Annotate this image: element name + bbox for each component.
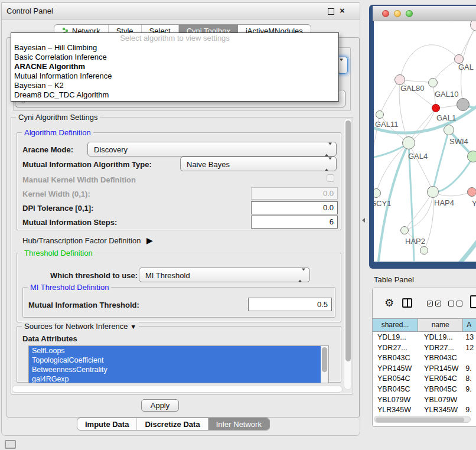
network-node-gal4[interactable] (402, 136, 415, 149)
network-node-gal10[interactable] (428, 78, 438, 87)
tab-discretize-data[interactable]: Discretize Data (137, 418, 208, 430)
scrollbar-thumb[interactable] (345, 120, 351, 361)
table-toolbar: ⚙ ✓ ✓ (373, 288, 476, 318)
table-cell[interactable] (463, 353, 476, 364)
dropdown-item-bayesian-hill-climbing[interactable]: Bayesian – Hill Climbing (11, 43, 338, 53)
deselect-all-checkbox-icon[interactable] (448, 301, 454, 306)
dropdown-item-dream8[interactable]: Dream8 DC_TDC Algorithm (11, 90, 338, 100)
table-row[interactable]: YLR345W YLR345W 9. (373, 405, 476, 415)
scrollbar-thumb[interactable] (322, 347, 327, 372)
collapsed-panel-icon[interactable] (5, 440, 16, 449)
columns-icon[interactable] (402, 298, 412, 308)
list-item-gal4rgexp[interactable]: gal4RGexp (29, 374, 321, 383)
dropdown-item-basic-correlation[interactable]: Basic Correlation Inference (11, 53, 338, 62)
mi-algorithm-type-label: Mutual Information Algorithm Type: (22, 160, 152, 169)
table-row[interactable]: YPR145W YPR145W 9. (373, 364, 476, 374)
list-item-selfloops[interactable]: SelfLoops (29, 346, 321, 356)
network-node[interactable] (420, 246, 428, 255)
zoom-traffic-light[interactable] (406, 10, 413, 17)
mi-threshold-label: Mutual Information Threshold: (28, 301, 139, 309)
table-cell[interactable]: 13 (463, 332, 476, 343)
table-cell[interactable]: YER054C (418, 374, 463, 384)
network-canvas[interactable]: GAL GAL80 GAL10 GAL1 GAL11 SWI4 GAL4 GCY… (374, 21, 476, 262)
apply-button[interactable]: Apply (141, 399, 179, 412)
table-cell[interactable]: YBL079W (418, 395, 463, 406)
expander-down-arrow-icon[interactable]: ▼ (130, 323, 136, 330)
table-cell[interactable]: 12 (463, 343, 476, 354)
network-node[interactable] (467, 151, 476, 162)
network-node-hap4[interactable] (427, 186, 439, 198)
list-vertical-scrollbar[interactable] (321, 346, 328, 383)
close-icon[interactable]: × (340, 7, 345, 14)
kernel-width-field[interactable]: 0.0 (251, 187, 338, 200)
table-cell[interactable]: YBR045C (418, 384, 463, 395)
table-cell[interactable]: YDL19... (373, 332, 418, 343)
table-cell[interactable]: YLR345W (373, 405, 418, 415)
tab-impute-data[interactable]: Impute Data (77, 418, 137, 430)
network-node[interactable] (457, 98, 470, 111)
table-cell[interactable]: YPR145W (418, 364, 463, 374)
network-node-gal11[interactable] (376, 110, 384, 119)
table-cell[interactable]: 8. (463, 374, 476, 384)
table-cell[interactable]: YDR27... (373, 343, 418, 354)
table-cell[interactable]: 9. (463, 364, 476, 374)
table-row[interactable]: YER054C YER054C 8. (373, 374, 476, 384)
tab-infer-network[interactable]: Infer Network (208, 418, 269, 430)
gear-icon[interactable]: ⚙ (384, 296, 394, 309)
network-node-gal1[interactable] (432, 104, 440, 112)
column-header-name[interactable]: name (418, 319, 463, 331)
table-cell[interactable]: YBR043C (418, 353, 463, 364)
column-header-shared-name[interactable]: shared... (373, 319, 418, 331)
minimize-traffic-light[interactable] (394, 10, 401, 17)
table-cell[interactable]: 9. (463, 384, 476, 395)
hub-definition-expander[interactable]: Hub/Transcription Factor Definition ▶ (22, 236, 153, 245)
dropdown-item-bayesian-k2[interactable]: Bayesian – K2 (11, 81, 338, 90)
network-window-titlebar[interactable] (373, 6, 476, 21)
table-cell[interactable]: YER054C (373, 374, 418, 384)
table-cell[interactable]: YDR27... (418, 343, 463, 354)
list-item-betweennesscentrality[interactable]: BetweennessCentrality (29, 365, 321, 374)
list-item-topologicalcoefficient[interactable]: TopologicalCoefficient (29, 356, 321, 365)
deselect-all-checkbox-icon[interactable] (457, 301, 462, 306)
dropdown-item-aracne[interactable]: ARACNE Algorithm (11, 62, 338, 71)
mi-steps-field[interactable]: 6 (251, 216, 338, 229)
export-table-icon[interactable] (470, 295, 476, 308)
mi-threshold-field[interactable]: 0.5 (248, 298, 332, 311)
table-cell[interactable]: 9. (463, 405, 476, 415)
scrollbar-thumb[interactable] (376, 418, 464, 422)
table-cell[interactable]: YLR345W (418, 405, 463, 415)
select-all-checkbox-icon[interactable]: ✓ (435, 301, 441, 306)
manual-kernel-width-checkbox[interactable] (327, 174, 334, 182)
table-cell[interactable]: YBR045C (373, 384, 418, 395)
close-traffic-light[interactable] (382, 10, 389, 17)
algorithm-definition-title: Algorithm Definition (22, 128, 93, 137)
table-row[interactable]: YDL19... YDL19... 13 (373, 332, 476, 343)
table-horizontal-scrollbar[interactable] (374, 416, 471, 423)
network-view-window[interactable]: GAL GAL80 GAL10 GAL1 GAL11 SWI4 GAL4 GCY… (369, 5, 476, 269)
network-node-swi4[interactable] (444, 125, 454, 135)
settings-horizontal-scrollbar[interactable] (12, 386, 343, 393)
float-window-icon[interactable] (328, 8, 334, 15)
table-row[interactable]: YBR043C YBR043C (373, 353, 476, 364)
dropdown-item-mutual-information[interactable]: Mutual Information Inference (11, 71, 338, 81)
mi-algorithm-type-combobox[interactable]: Naive Bayes (180, 156, 337, 171)
panel-splitter-handle[interactable] (362, 218, 365, 223)
table-cell[interactable]: YDL19... (418, 332, 463, 343)
data-attributes-list[interactable]: SelfLoops TopologicalCoefficient Between… (28, 345, 329, 383)
select-all-checkbox-icon[interactable]: ✓ (427, 301, 433, 306)
which-threshold-combobox[interactable]: MI Threshold (139, 268, 310, 282)
network-node[interactable] (467, 187, 476, 197)
table-cell[interactable]: YBL079W (373, 395, 418, 406)
network-node-hap2[interactable] (400, 226, 409, 234)
table-cell[interactable]: YBR043C (373, 353, 418, 364)
table-cell[interactable]: YPR145W (373, 364, 418, 374)
settings-vertical-scrollbar[interactable] (344, 118, 352, 390)
table-row[interactable]: YBR045C YBR045C 9. (373, 384, 476, 395)
aracne-mode-combobox[interactable]: Discovery (87, 142, 337, 156)
table-panel-title: Table Panel (374, 275, 414, 284)
table-cell[interactable] (463, 395, 476, 406)
table-row[interactable]: YDR27... YDR27... 12 (373, 343, 476, 354)
column-header-clipped[interactable]: A (463, 319, 476, 331)
dpi-tolerance-field[interactable]: 0.0 (251, 201, 338, 214)
table-row[interactable]: YBL079W YBL079W (373, 395, 476, 406)
